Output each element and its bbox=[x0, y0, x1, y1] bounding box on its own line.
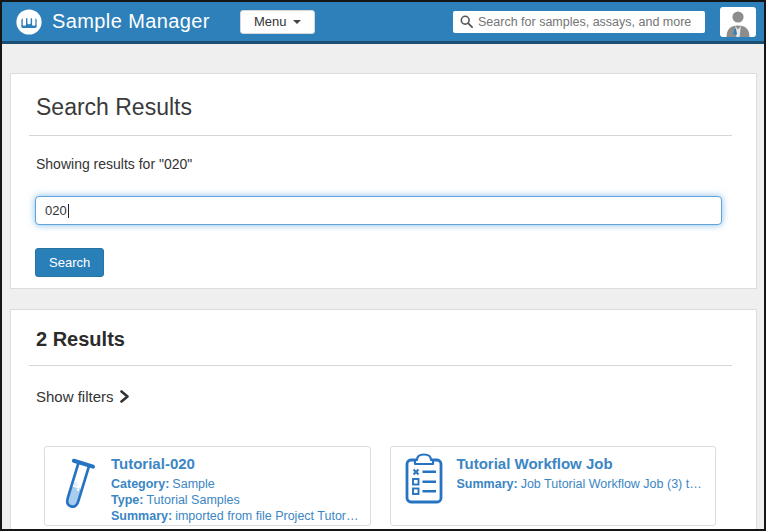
app-title: Sample Manager bbox=[52, 10, 210, 33]
search-icon bbox=[460, 15, 473, 28]
results-summary-text: Showing results for "020" bbox=[36, 156, 732, 172]
result-field: Type:Tutorial Samples bbox=[111, 492, 360, 508]
menu-button[interactable]: Menu bbox=[240, 10, 316, 34]
caret-down-icon bbox=[293, 20, 301, 24]
result-field-value: Sample bbox=[172, 477, 214, 491]
result-card-title[interactable]: Tutorial-020 bbox=[111, 455, 360, 473]
result-cards-row: Tutorial-020 Category:Sample Type:Tutori… bbox=[44, 446, 716, 526]
search-results-input[interactable]: 020 bbox=[35, 196, 722, 225]
result-field-label: Summary: bbox=[457, 477, 518, 491]
chevron-right-icon bbox=[120, 390, 129, 403]
result-field-label: Type: bbox=[111, 493, 143, 507]
page-body: Search Results Showing results for "020"… bbox=[2, 73, 764, 531]
result-field-label: Category: bbox=[111, 477, 169, 491]
result-card-body: Tutorial Workflow Job Summary:Job Tutori… bbox=[457, 454, 706, 518]
result-card[interactable]: Tutorial-020 Category:Sample Type:Tutori… bbox=[44, 446, 371, 526]
result-field-label: Summary: bbox=[111, 509, 172, 523]
show-filters-link[interactable]: Show filters bbox=[36, 388, 129, 405]
result-field: Summary:Job Tutorial Workflow Job (3) te… bbox=[457, 476, 706, 492]
clipboard-icon bbox=[402, 453, 446, 505]
global-search-input[interactable] bbox=[473, 15, 705, 29]
test-tube-icon bbox=[58, 455, 98, 517]
labkey-logo-icon bbox=[15, 8, 43, 36]
app-header: Sample Manager Menu bbox=[2, 2, 764, 44]
divider bbox=[29, 135, 732, 136]
result-field-value: Job Tutorial Workflow Job (3) team ... bbox=[521, 477, 705, 491]
result-field-value: Tutorial Samples bbox=[146, 493, 239, 507]
result-card-body: Tutorial-020 Category:Sample Type:Tutori… bbox=[111, 454, 360, 518]
text-caret bbox=[68, 204, 69, 218]
result-field: Category:Sample bbox=[111, 476, 360, 492]
result-card[interactable]: Tutorial Workflow Job Summary:Job Tutori… bbox=[390, 446, 717, 526]
result-card-icon-area bbox=[391, 454, 457, 518]
search-input-value: 020 bbox=[45, 203, 67, 218]
person-icon bbox=[720, 7, 756, 37]
search-results-panel: Search Results Showing results for "020"… bbox=[10, 73, 757, 289]
results-count-title: 2 Results bbox=[36, 328, 732, 351]
page-title: Search Results bbox=[36, 94, 732, 121]
global-search-box[interactable] bbox=[453, 11, 705, 33]
result-card-icon-area bbox=[45, 454, 111, 518]
results-panel: 2 Results Show filters bbox=[10, 309, 757, 531]
result-card-title[interactable]: Tutorial Workflow Job bbox=[457, 455, 706, 473]
result-field: Summary:imported from file Project Tutor… bbox=[111, 508, 360, 524]
divider bbox=[29, 365, 732, 366]
menu-button-label: Menu bbox=[254, 14, 287, 29]
show-filters-label: Show filters bbox=[36, 388, 114, 405]
result-field-value: imported from file Project Tutorial... bbox=[175, 509, 359, 523]
user-avatar-button[interactable] bbox=[720, 7, 756, 37]
search-button[interactable]: Search bbox=[35, 248, 104, 277]
